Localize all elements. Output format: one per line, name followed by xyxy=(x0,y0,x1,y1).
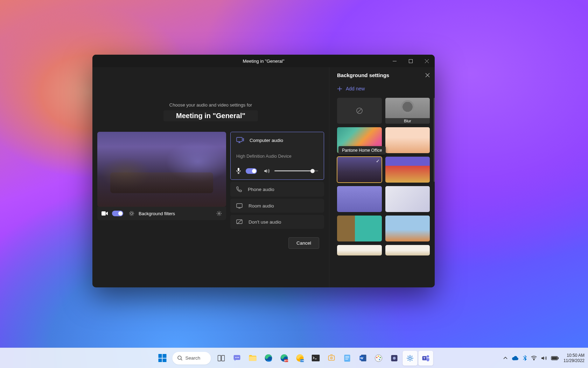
maximize-button[interactable] xyxy=(402,55,419,67)
svg-point-15 xyxy=(237,357,238,358)
taskbar-terminal-icon[interactable] xyxy=(308,351,323,366)
close-button[interactable] xyxy=(419,55,435,67)
clock-date: 11/29/2022 xyxy=(564,358,584,363)
taskbar-teams-icon[interactable]: T xyxy=(419,351,433,366)
svg-rect-17 xyxy=(249,356,256,361)
microphone-icon xyxy=(236,168,241,174)
background-filters-button[interactable]: Background filters xyxy=(139,211,175,216)
microphone-toggle[interactable] xyxy=(246,168,257,174)
taskbar-center: Search BETA CAN W T xyxy=(155,351,433,366)
svg-rect-30 xyxy=(345,357,349,358)
bg-tile-seaside[interactable] xyxy=(385,216,430,241)
plus-icon xyxy=(337,86,342,91)
window-titlebar[interactable]: Meeting in "General" xyxy=(92,55,435,67)
task-view-button[interactable] xyxy=(214,351,229,366)
taskbar-explorer-icon[interactable] xyxy=(245,351,260,366)
tray-onedrive-icon[interactable] xyxy=(512,356,519,360)
checkmark-icon: ✓ xyxy=(376,158,380,164)
svg-rect-1 xyxy=(102,211,106,216)
svg-rect-25 xyxy=(312,355,320,361)
audio-option-none-label: Don't use audio xyxy=(248,219,281,225)
side-panel-title: Background settings xyxy=(337,72,389,78)
svg-point-46 xyxy=(533,360,534,360)
camera-toggle[interactable] xyxy=(112,211,123,216)
taskbar-edge-canary-icon[interactable]: CAN xyxy=(293,351,307,366)
start-button[interactable] xyxy=(155,351,170,366)
svg-text:W: W xyxy=(360,356,363,360)
taskbar-edge-icon[interactable] xyxy=(261,351,276,366)
svg-point-37 xyxy=(378,355,379,357)
gear-icon[interactable] xyxy=(216,211,222,216)
taskbar-clock[interactable]: 10:50 AM 11/29/2022 xyxy=(564,353,584,363)
taskbar-edge-beta-icon[interactable]: BETA xyxy=(277,351,292,366)
tray-chevron-icon[interactable] xyxy=(503,357,507,360)
bg-tile-pantone-studio[interactable] xyxy=(385,157,430,183)
svg-point-4 xyxy=(218,213,220,214)
audio-option-none[interactable]: Don't use audio xyxy=(230,215,324,229)
audio-option-computer-label: Computer audio xyxy=(250,138,283,143)
search-input[interactable]: Search xyxy=(173,352,211,364)
svg-rect-5 xyxy=(237,137,242,142)
audio-option-phone[interactable]: Phone audio xyxy=(230,182,324,197)
audio-option-room-label: Room audio xyxy=(248,203,274,209)
bg-tile-none[interactable] xyxy=(337,98,382,124)
audio-device-name[interactable]: High Definition Audio Device xyxy=(236,154,318,159)
computer-audio-icon xyxy=(236,137,244,143)
no-audio-icon xyxy=(236,219,243,225)
camera-icon xyxy=(102,211,108,216)
taskbar-app-icon[interactable] xyxy=(387,351,402,366)
close-panel-button[interactable] xyxy=(425,73,430,77)
taskbar-notepad-icon[interactable] xyxy=(340,351,355,366)
bg-tile-gallery[interactable] xyxy=(385,245,430,255)
cancel-button[interactable]: Cancel xyxy=(288,237,319,249)
svg-point-45 xyxy=(427,355,429,358)
svg-rect-11 xyxy=(218,355,221,361)
tray-battery-icon[interactable] xyxy=(551,356,559,360)
bg-tile-picnic[interactable] xyxy=(385,127,430,153)
tray-bluetooth-icon[interactable] xyxy=(523,355,527,361)
svg-point-3 xyxy=(130,211,134,216)
bg-tile-office-glass[interactable] xyxy=(337,216,382,241)
svg-point-16 xyxy=(238,357,239,358)
meeting-name-field[interactable]: Meeting in "General" xyxy=(163,110,258,121)
taskbar-settings-icon[interactable] xyxy=(403,351,418,366)
svg-rect-29 xyxy=(345,356,349,357)
room-audio-icon xyxy=(236,203,243,209)
svg-text:CAN: CAN xyxy=(300,360,304,362)
svg-rect-0 xyxy=(409,59,412,63)
video-controls-bar: Background filters xyxy=(97,207,226,220)
add-new-label: Add new xyxy=(346,86,365,91)
scrollbar[interactable] xyxy=(434,98,435,182)
taskbar-paint-icon[interactable] xyxy=(371,351,386,366)
audio-option-phone-label: Phone audio xyxy=(248,187,274,192)
add-new-background-button[interactable]: Add new xyxy=(329,83,435,96)
prejoin-main-panel: Choose your audio and video settings for… xyxy=(92,67,329,287)
taskbar-word-icon[interactable]: W xyxy=(356,351,370,366)
svg-rect-31 xyxy=(345,359,348,360)
svg-point-38 xyxy=(380,357,381,358)
taskbar-chat-icon[interactable] xyxy=(230,351,244,366)
background-settings-panel: Background settings Add new Blur Panton xyxy=(329,67,435,287)
bg-tile-pantone-home-office[interactable]: ✓ xyxy=(337,157,382,183)
clock-time: 10:50 AM xyxy=(564,353,584,358)
svg-point-27 xyxy=(330,357,332,359)
tray-volume-icon[interactable] xyxy=(541,356,547,361)
prejoin-prompt: Choose your audio and video settings for xyxy=(169,102,252,108)
bg-tile-pantone-peri[interactable] xyxy=(337,186,382,212)
taskbar: Search BETA CAN W T 10:50 AM 11/29/2022 xyxy=(0,348,588,368)
audio-option-computer[interactable]: Computer audio High Definition Audio Dev… xyxy=(230,132,324,180)
audio-option-room[interactable]: Room audio xyxy=(230,199,324,213)
bg-tile-label: Blur xyxy=(385,118,430,124)
svg-point-10 xyxy=(178,356,181,360)
volume-slider[interactable] xyxy=(274,170,318,171)
system-tray: 10:50 AM 11/29/2022 xyxy=(503,353,584,363)
bg-tile-loft[interactable] xyxy=(337,245,382,255)
window-title: Meeting in "General" xyxy=(243,59,284,64)
taskbar-feedback-icon[interactable] xyxy=(324,351,339,366)
tray-wifi-icon[interactable] xyxy=(531,356,537,360)
minimize-button[interactable] xyxy=(386,55,402,67)
svg-rect-7 xyxy=(237,204,242,207)
bg-tile-blur[interactable]: Blur xyxy=(385,98,430,124)
bg-tile-sticky-notes[interactable] xyxy=(385,186,430,212)
svg-point-39 xyxy=(379,359,380,360)
